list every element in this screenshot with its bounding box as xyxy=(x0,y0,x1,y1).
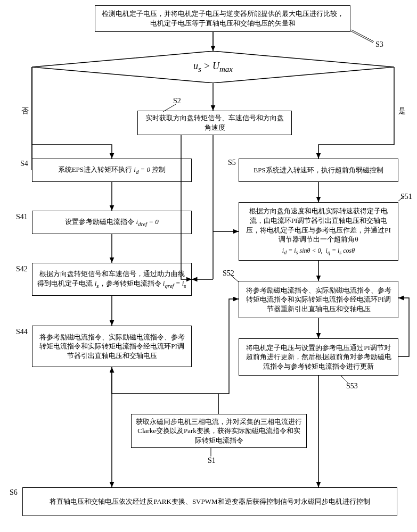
tag-s41: S41 xyxy=(16,213,28,221)
step-s1: 获取永磁同步电机三相电流，并对采集的三相电流进行Clarke变换以及Park变换… xyxy=(131,414,307,448)
step-s52: 将参考励磁电流指令、实际励磁电流指令、参考转矩电流指令和实际转矩电流指令经电流环… xyxy=(239,281,398,318)
tag-s4: S4 xyxy=(20,160,28,168)
tag-s51: S51 xyxy=(400,193,412,201)
decision-expression: us > Umax xyxy=(193,61,233,74)
step-detect-voltage: 检测电机定子电压，并将电机定子电压与逆变器所能提供的最大电压进行比较，电机定子电… xyxy=(95,5,350,32)
step-s41: 设置参考励磁电流指令 idref = 0 xyxy=(32,211,192,234)
tag-s52: S52 xyxy=(223,269,234,278)
step-s44: 将参考励磁电流指令、实际励磁电流指令、参考转矩电流指令和实际转矩电流指令经电流环… xyxy=(32,326,192,367)
flowchart-canvas: 检测电机定子电压，并将电机定子电压与逆变器所能提供的最大电压进行比较，电机定子电… xyxy=(0,0,417,532)
step-s51-text: 根据方向盘角速度和电机实际转速获得定子电流，由电流环PI调节器引出直轴电压和交轴… xyxy=(243,206,394,244)
edge-label-no: 否 xyxy=(21,106,29,116)
step-s53: 将电机定子电压与设置的参考电压通过PI调节对超前角进行更新，然后根据超前角对参考… xyxy=(239,338,398,376)
tag-s53: S53 xyxy=(346,382,358,390)
step-s6: 将直轴电压和交轴电压依次经过反PARK变换、SVPWM和逆变器后获得控制信号对永… xyxy=(22,487,397,516)
tag-s3: S3 xyxy=(375,40,383,49)
step-s2: 实时获取方向盘转矩信号、车速信号和方向盘角速度 xyxy=(137,111,292,135)
tag-s6: S6 xyxy=(10,488,18,497)
decision-us-umax: us > Umax xyxy=(32,51,394,83)
tag-s5: S5 xyxy=(228,159,236,167)
edge-label-yes: 是 xyxy=(398,106,406,116)
step-s5: EPS系统进入转速环，执行超前角弱磁控制 xyxy=(239,159,398,182)
tag-s44: S44 xyxy=(16,328,28,336)
step-s51: 根据方向盘角速度和电机实际转速获得定子电流，由电流环PI调节器引出直轴电压和交轴… xyxy=(239,202,398,261)
tag-s1: S1 xyxy=(208,456,216,465)
tag-s42: S42 xyxy=(16,265,28,273)
step-s42: 根据方向盘转矩信号和车速信号，通过助力曲线得到电机定子电流 is，参考转矩电流指… xyxy=(32,263,192,296)
svg-line-2 xyxy=(351,30,374,41)
tag-s2: S2 xyxy=(173,97,181,105)
step-s51-eq: id = is sinθ < 0, iq = is cosθ xyxy=(282,246,355,256)
step-s4: 系统EPS进入转矩环执行 id = 0 控制 xyxy=(32,159,192,182)
